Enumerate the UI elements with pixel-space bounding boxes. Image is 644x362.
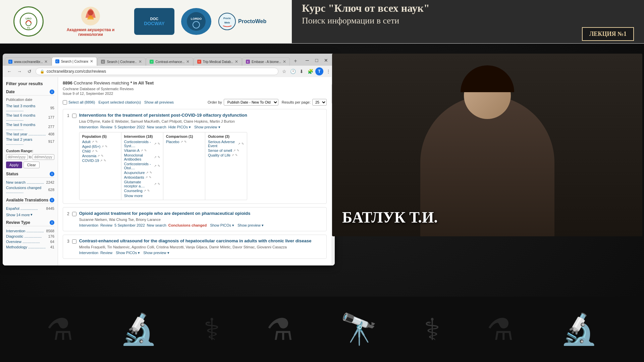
pico-sense-of-smell[interactable]: Sense of smell↗✎: [208, 148, 244, 153]
pico-antioxidants[interactable]: Antioxidants↗✎: [124, 175, 160, 179]
order-by-select[interactable]: Publish Date - New To Old: [224, 99, 278, 106]
result-3-tag-review[interactable]: Review: [100, 251, 112, 255]
covid-edit-icon[interactable]: ✎: [104, 159, 106, 162]
maximize-button[interactable]: □: [313, 56, 321, 64]
result-2-show-preview[interactable]: Show preview ▾: [237, 223, 264, 228]
browser-tab-1[interactable]: C Search | Cochrane ✕: [52, 57, 97, 66]
tab-1-close[interactable]: ✕: [90, 59, 93, 64]
browser-tab-5[interactable]: E Embase - A biome... ✕: [242, 57, 290, 66]
result-1-tag-intervention[interactable]: Intervention: [79, 125, 98, 129]
filter-last-2-years[interactable]: The last 2 years ................. 917: [6, 137, 54, 146]
result-2-title[interactable]: Opioid agonist treatment for people who …: [79, 211, 264, 217]
browser-tab-2[interactable]: C Search | Cochrane... ✕: [97, 57, 146, 66]
filter-diagnostic[interactable]: Diagnostic ................. 176: [6, 234, 54, 239]
pico-mono-antibodies[interactable]: Monoclonal Antibodies↗✎: [124, 153, 160, 161]
pico-corticosteroids-otol[interactable]: Corticosteroids - Otol....↗✎: [124, 162, 160, 170]
result-2-tag-conclusions[interactable]: Conclusions changed: [168, 223, 207, 228]
result-2-tag-intervention[interactable]: Intervention: [79, 223, 98, 228]
show-more-picos-btn[interactable]: Show more: [124, 194, 160, 198]
smell-edit[interactable]: ✎: [237, 149, 239, 152]
filter-conclusions-changed[interactable]: Conclusions changed ................. 62…: [6, 185, 54, 194]
result-1-title[interactable]: Interventions for the treatment of persi…: [79, 113, 247, 118]
acup-edit[interactable]: ✎: [150, 171, 152, 174]
browser-tab-3[interactable]: + Contrast-enhance... ✕: [146, 57, 193, 66]
pico-child[interactable]: Child↗✎: [82, 149, 118, 153]
result-1-show-preview[interactable]: Show preview ▾: [194, 125, 220, 129]
pico-aged[interactable]: Aged (65+)↗✎: [82, 144, 118, 148]
pico-placebo[interactable]: Placebo↗✎: [166, 140, 202, 144]
pico-adult[interactable]: Adult↗✎: [82, 140, 118, 144]
tab-5-close[interactable]: ✕: [283, 59, 286, 64]
date-to-input[interactable]: [33, 154, 54, 160]
child-edit-icon[interactable]: ✎: [95, 149, 98, 153]
plac-edit[interactable]: ✎: [184, 140, 187, 143]
show-all-previews-button[interactable]: Show all previews: [144, 100, 174, 104]
cs-syst-edit[interactable]: ✎: [158, 142, 160, 145]
result-3-title[interactable]: Contrast-enhanced ultrasound for the dia…: [79, 238, 312, 244]
profile-icon[interactable]: T: [315, 67, 323, 75]
apply-button[interactable]: Apply: [6, 162, 22, 168]
tab-3-close[interactable]: ✕: [186, 59, 190, 64]
new-tab-button[interactable]: +: [291, 56, 300, 66]
pico-vitamin-a[interactable]: Vitamin A↗✎: [124, 148, 160, 153]
filter-new-search[interactable]: New search ................. 2242: [6, 180, 54, 185]
refresh-button[interactable]: ↺: [25, 67, 34, 75]
anosmia-edit-icon[interactable]: ✎: [101, 154, 104, 158]
pico-adverse-event[interactable]: Serious Adverse Event↗✎: [208, 140, 244, 148]
minimize-button[interactable]: ─: [303, 56, 311, 64]
filter-overview[interactable]: Overview ................. 64: [6, 239, 54, 244]
tab-2-close[interactable]: ✕: [139, 59, 142, 64]
result-3-show-preview[interactable]: Show preview ▾: [143, 251, 169, 255]
adult-edit-icon[interactable]: ✎: [95, 140, 98, 143]
pico-acupuncture[interactable]: Acupuncture↗✎: [124, 171, 160, 175]
date-from-input[interactable]: [6, 154, 28, 160]
pico-corticosteroids-syst[interactable]: Corticosteroids - Syst....↗✎: [124, 140, 160, 148]
result-1-hide-picos[interactable]: Hide PICOs ▾: [168, 125, 191, 129]
adv-edit[interactable]: ✎: [241, 142, 244, 145]
result-3-show-picos[interactable]: Show PICOs ▾: [116, 251, 140, 255]
filter-espanol[interactable]: Español ................. 8445: [6, 206, 54, 211]
address-bar[interactable]: 🔒 cochranelibrary.com/cdsr/reviews: [36, 68, 278, 75]
extension-icon[interactable]: 🧩: [307, 68, 314, 75]
vita-edit[interactable]: ✎: [144, 149, 147, 152]
clear-button[interactable]: Clear: [23, 162, 40, 168]
translations-info-icon[interactable]: i: [50, 198, 54, 202]
date-info-icon[interactable]: i: [50, 89, 54, 94]
result-3-tag-intervention[interactable]: Intervention: [79, 251, 98, 255]
result-1-checkbox[interactable]: [72, 114, 76, 118]
per-page-select[interactable]: 25: [312, 99, 327, 106]
filter-last-6-months[interactable]: The last 6 months ................. 177: [6, 113, 54, 122]
show-more-translations[interactable]: Show 14 more ▾: [6, 213, 54, 217]
mono-edit[interactable]: ✎: [158, 156, 160, 159]
qol-edit[interactable]: ✎: [235, 154, 238, 157]
result-3-checkbox[interactable]: [72, 239, 76, 244]
bookmark-icon[interactable]: ☆: [280, 68, 288, 75]
close-window-button[interactable]: ✕: [322, 56, 330, 64]
pico-counseling[interactable]: Counseling↗✎: [124, 189, 160, 193]
result-2-tag-new-search[interactable]: New search: [147, 223, 166, 228]
status-info-icon[interactable]: i: [50, 172, 54, 176]
history-icon[interactable]: 🕐: [289, 68, 297, 75]
filter-last-year[interactable]: The last year ................. 408: [6, 131, 54, 137]
forward-button[interactable]: →: [15, 67, 23, 75]
review-type-info-icon[interactable]: i: [50, 220, 54, 225]
filter-last-9-months[interactable]: The last 9 months ................. 277: [6, 122, 54, 131]
browser-tab-4[interactable]: T Trip Medical Datab... ✕: [194, 57, 242, 66]
result-2-tag-review[interactable]: Review: [100, 223, 112, 228]
tab-4-close[interactable]: ✕: [235, 59, 238, 64]
result-1-tag-new-search[interactable]: New search: [147, 125, 166, 129]
pico-anosmia[interactable]: Anosmia↗✎: [82, 154, 118, 158]
pico-quality-of-life[interactable]: Quality of Life↗✎: [208, 153, 244, 157]
pico-glutamate[interactable]: Glutamate receptor a....↗✎: [124, 180, 160, 188]
filter-last-3-months[interactable]: The last 3 months ................. 95: [6, 103, 54, 113]
pico-covid[interactable]: COVID-19↗✎: [82, 159, 118, 163]
select-all-checkbox[interactable]: [63, 100, 67, 105]
download-icon[interactable]: ⬇: [298, 68, 305, 75]
aged-edit-icon[interactable]: ✎: [105, 145, 108, 148]
select-all-label[interactable]: Select all (8896): [63, 100, 95, 105]
tab-0-close[interactable]: ✕: [44, 59, 48, 64]
glut-edit[interactable]: ✎: [158, 182, 160, 186]
filter-intervention[interactable]: Intervention ................. 8568: [6, 228, 54, 234]
anti-edit[interactable]: ✎: [149, 176, 152, 179]
couns-edit[interactable]: ✎: [147, 189, 150, 192]
